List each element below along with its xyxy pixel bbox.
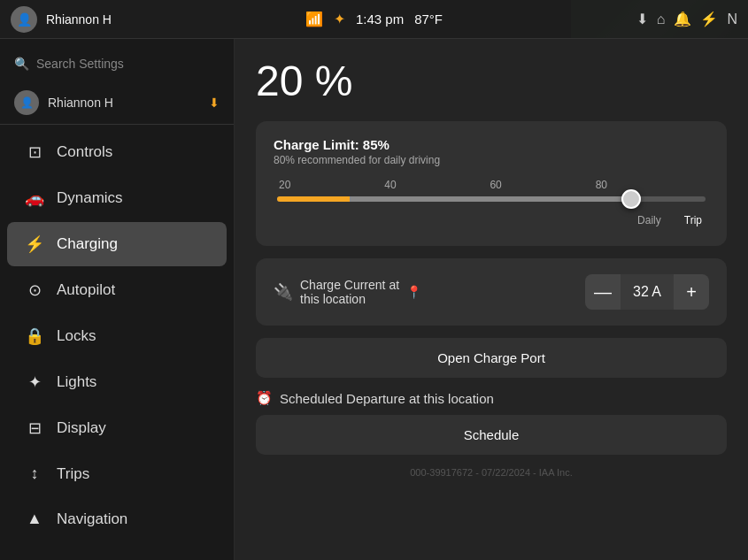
slider-label-80: 80 — [596, 179, 607, 191]
display-label: Display — [57, 419, 106, 437]
dynamics-icon: 🚗 — [25, 188, 44, 208]
display-icon: ⊟ — [25, 418, 44, 438]
signal2-icon: N — [727, 12, 737, 27]
sidebar-item-locks[interactable]: 🔒 Locks — [7, 314, 227, 358]
navigation-icon: ▲ — [25, 510, 44, 528]
clock-icon: ⏰ — [256, 390, 273, 406]
charge-location-icon: 📍 — [406, 285, 421, 299]
lights-label: Lights — [57, 373, 96, 391]
sidebar-item-navigation[interactable]: ▲ Navigation — [7, 497, 227, 541]
top-bar-temp: 87°F — [414, 12, 443, 27]
sidebar-item-display[interactable]: ⊟ Display — [7, 406, 227, 450]
increase-current-button[interactable]: + — [674, 274, 709, 310]
sidebar: 🔍 Search Settings 👤 Rhiannon H ⬇ ⊡ Contr… — [0, 39, 235, 560]
autopilot-icon: ⊙ — [25, 280, 44, 300]
charge-slider-container: 20 40 60 80 | — [274, 179, 709, 202]
sidebar-username: Rhiannon H — [48, 96, 113, 110]
trip-button[interactable]: Trip — [677, 211, 709, 230]
scheduled-departure-title: ⏰ Scheduled Departure at this location — [256, 390, 727, 406]
search-label[interactable]: Search Settings — [36, 57, 124, 71]
sidebar-download-icon: ⬇ — [209, 96, 220, 110]
content-area: 20 % Charge Limit: 85% 80% recommended f… — [235, 39, 748, 560]
current-value: 32 A — [621, 284, 674, 300]
daily-button[interactable]: Daily — [630, 211, 668, 230]
charge-percentage: 20 % — [256, 57, 727, 105]
schedule-button[interactable]: Schedule — [256, 415, 727, 455]
trips-label: Trips — [57, 465, 89, 483]
charge-current-card: 🔌 Charge Current at this location 📍 — 32… — [256, 258, 727, 326]
charge-current-row: 🔌 Charge Current at this location 📍 — 32… — [274, 274, 709, 310]
slider-fill-yellow — [277, 196, 350, 202]
decrease-current-button[interactable]: — — [585, 274, 621, 310]
slider-buttons: Daily Trip — [274, 211, 709, 230]
charge-limit-card: Charge Limit: 85% 80% recommended for da… — [256, 121, 727, 246]
sidebar-avatar: 👤 — [14, 90, 39, 115]
top-bar-time: 1:43 pm — [356, 12, 404, 27]
charge-limit-title: Charge Limit: 85% — [274, 137, 709, 152]
search-bar[interactable]: 🔍 Search Settings — [0, 50, 234, 78]
top-bar-icons: ⬇ ⌂ 🔔 ⚡ N — [636, 11, 737, 27]
locks-label: Locks — [57, 327, 96, 345]
bluetooth-icon[interactable]: ⚡ — [700, 11, 718, 27]
avatar[interactable]: 👤 — [11, 6, 37, 33]
slider-label-40: 40 — [384, 179, 396, 191]
slider-labels: 20 40 60 80 | — [277, 179, 706, 191]
sidebar-item-trips[interactable]: ↕ Trips — [7, 452, 227, 495]
open-charge-port-button[interactable]: Open Charge Port — [256, 338, 727, 378]
charge-plug-icon: 🔌 — [274, 282, 293, 302]
charging-icon: ⚡ — [25, 234, 44, 254]
top-bar-center: 📶 ✦ 1:43 pm 87°F — [305, 11, 443, 27]
autopilot-label: Autopilot — [57, 281, 115, 299]
controls-label: Controls — [57, 143, 112, 161]
signal-icon: 📶 — [305, 11, 323, 27]
lights-icon: ✦ — [25, 372, 44, 392]
download-icon[interactable]: ⬇ — [636, 11, 648, 27]
home-icon[interactable]: ⌂ — [657, 12, 666, 27]
slider-thumb[interactable] — [621, 189, 641, 209]
controls-icon: ⊡ — [25, 142, 44, 162]
charging-label: Charging — [57, 235, 118, 253]
charge-limit-subtitle: 80% recommended for daily driving — [274, 154, 709, 166]
scheduled-title-text: Scheduled Departure at this location — [280, 391, 494, 406]
sidebar-item-controls[interactable]: ⊡ Controls — [7, 130, 227, 174]
bell-icon[interactable]: 🔔 — [674, 11, 691, 27]
footer-text: 000-39917672 - 07/22/2024 - IAA Inc. — [256, 467, 727, 478]
sidebar-item-charging[interactable]: ⚡ Charging — [7, 222, 227, 266]
charge-current-control: — 32 A + — [585, 274, 709, 310]
slider-track[interactable] — [277, 196, 706, 202]
dynamics-label: Dynamics — [57, 189, 123, 207]
slider-label-60: 60 — [490, 179, 501, 191]
star-icon: ✦ — [334, 11, 345, 27]
locks-icon: 🔒 — [25, 326, 44, 346]
sidebar-item-lights[interactable]: ✦ Lights — [7, 360, 227, 404]
top-status-bar: 👤 Rhiannon H 📶 ✦ 1:43 pm 87°F ⬇ ⌂ 🔔 ⚡ N — [0, 0, 748, 39]
sidebar-item-autopilot[interactable]: ⊙ Autopilot — [7, 268, 227, 312]
charge-current-label: 🔌 Charge Current at this location 📍 — [274, 278, 574, 306]
slider-fill-gray — [350, 196, 641, 202]
charge-current-text: Charge Current at this location — [300, 278, 399, 306]
search-icon: 🔍 — [14, 57, 29, 71]
main-layout: 🔍 Search Settings 👤 Rhiannon H ⬇ ⊡ Contr… — [0, 39, 748, 560]
navigation-label: Navigation — [57, 510, 127, 528]
slider-label-20: 20 — [279, 179, 290, 191]
sidebar-item-dynamics[interactable]: 🚗 Dynamics — [7, 176, 227, 220]
trips-icon: ↕ — [25, 464, 44, 483]
